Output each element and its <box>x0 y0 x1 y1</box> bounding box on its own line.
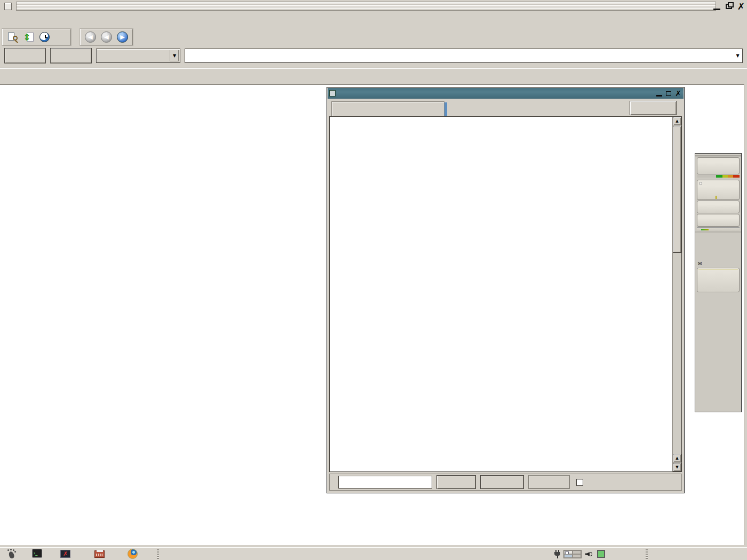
maximize-icon[interactable] <box>726 4 732 9</box>
preview-maximize-icon[interactable] <box>666 91 671 96</box>
prev-page-button[interactable]: ◀ <box>99 30 114 44</box>
query-history-chevron-icon[interactable]: ▼ <box>734 50 742 62</box>
terminal-icon: ›_ <box>32 549 42 558</box>
menu-preferences[interactable] <box>22 19 32 21</box>
preview-content: ▲ ▲ ▼ <box>329 116 682 472</box>
clock-handle <box>646 549 648 559</box>
preview-minimize-icon[interactable] <box>656 95 662 97</box>
minimize-icon[interactable] <box>713 9 720 10</box>
document-history-button[interactable] <box>37 30 52 44</box>
first-page-button[interactable]: ◀ <box>83 30 98 44</box>
window-titlebar: ✗ <box>0 0 747 13</box>
mail-icon: ✉ <box>698 259 702 267</box>
chevron-down-icon[interactable]: ▼ <box>170 50 179 61</box>
preview-titlebar[interactable]: ✗ <box>328 88 684 99</box>
scroll-up-icon[interactable]: ▲ <box>673 117 681 125</box>
clear-button[interactable] <box>4 48 46 63</box>
close-tab-button[interactable] <box>630 101 677 115</box>
search-row: ▼ ▼ <box>0 47 747 66</box>
close-icon[interactable]: ✗ <box>737 2 745 11</box>
cpufreq-applet[interactable] <box>597 549 608 559</box>
volume-applet[interactable] <box>585 549 595 559</box>
toolbar: ⇕ ◀ ◀ ▶ <box>0 27 747 47</box>
scroll-up2-icon[interactable]: ▲ <box>673 454 681 462</box>
next-page-icon: ▶ <box>117 31 128 43</box>
preview-close-icon[interactable]: ✗ <box>675 89 681 98</box>
menu-file[interactable] <box>3 19 13 21</box>
workspace-1[interactable] <box>564 550 573 554</box>
gnome-menu-button[interactable] <box>6 549 17 559</box>
preview-tabrow <box>329 100 682 116</box>
menu-help[interactable] <box>32 19 42 21</box>
prev-page-icon: ◀ <box>101 31 112 43</box>
plug-icon <box>554 550 561 558</box>
first-page-icon: ◀ <box>85 31 96 43</box>
meter-panel <box>697 268 740 292</box>
query-combo: ▼ <box>185 49 743 63</box>
menu-tools[interactable] <box>13 19 22 21</box>
mail-row: ✉ <box>695 259 741 267</box>
search-button[interactable] <box>50 48 92 63</box>
find-bar <box>329 474 682 491</box>
lock-screen-launcher[interactable]: ✗ <box>60 549 71 559</box>
next-page-button[interactable]: ▶ <box>115 30 130 44</box>
menubar <box>0 13 747 27</box>
firefox-icon <box>128 549 138 559</box>
divider <box>0 68 747 69</box>
gnome-foot-icon <box>6 549 16 559</box>
gkrellm-window[interactable]: ✉ <box>695 153 742 412</box>
clock-icon <box>39 32 50 42</box>
cpu-chart <box>697 157 740 174</box>
terminal-launcher[interactable]: ›_ <box>32 549 43 559</box>
gkrellm-spacer <box>695 233 741 259</box>
toolbar-group-nav: ◀ ◀ ▶ <box>80 29 133 45</box>
screen-x-icon: ✗ <box>60 550 70 558</box>
preview-window: ✗ ▲ ▲ ▼ <box>327 87 685 493</box>
firefox-launcher[interactable] <box>128 549 138 559</box>
cpu-krell <box>697 175 740 178</box>
typewriter-icon <box>94 550 105 558</box>
find-input[interactable] <box>338 476 432 489</box>
workspace-3[interactable] <box>564 554 573 558</box>
search-input[interactable] <box>187 50 733 62</box>
preview-tab[interactable] <box>331 101 444 116</box>
sort-icon: ⇕ <box>23 32 34 43</box>
preview-scrollbar[interactable]: ▲ ▲ ▼ <box>672 117 681 471</box>
disk-chart-1 <box>697 201 740 213</box>
advanced-search-icon <box>7 32 18 43</box>
eth-panel <box>697 227 740 231</box>
workspace-pager[interactable] <box>563 550 582 558</box>
power-applet[interactable] <box>554 549 565 559</box>
panel-handle[interactable] <box>157 549 159 559</box>
disk-chart-2 <box>697 214 740 227</box>
toolbar-group-tools: ⇕ <box>2 29 71 45</box>
scroll-down-icon[interactable]: ▼ <box>673 463 681 471</box>
preview-window-icon[interactable] <box>329 90 336 97</box>
titlebar-stripes <box>16 2 716 11</box>
taskbar: ›_ ✗ <box>0 547 747 560</box>
workspace-4[interactable] <box>573 554 581 558</box>
typewriter-launcher[interactable] <box>94 549 105 559</box>
tab-accent <box>444 102 447 116</box>
find-previous-button[interactable] <box>480 475 524 489</box>
term-explorer-button[interactable] <box>53 30 68 44</box>
window-right-edge <box>744 84 747 545</box>
find-next-button[interactable] <box>436 475 476 489</box>
workspace-2[interactable] <box>573 550 581 554</box>
fan-chart <box>697 180 740 200</box>
results-header <box>5 71 14 81</box>
find-clear-button[interactable] <box>528 475 570 489</box>
match-case-checkbox[interactable] <box>576 479 583 486</box>
gkrellm-time <box>695 156 741 157</box>
speaker-icon <box>585 550 593 558</box>
scrollbar-thumb[interactable] <box>673 126 681 253</box>
advanced-search-button[interactable] <box>5 30 20 44</box>
cpu-chip-icon <box>597 550 605 558</box>
search-mode-select[interactable]: ▼ <box>96 49 180 63</box>
preview-text <box>330 117 672 471</box>
window-menu-icon[interactable] <box>4 3 12 10</box>
sort-parameters-button[interactable]: ⇕ <box>21 30 36 44</box>
